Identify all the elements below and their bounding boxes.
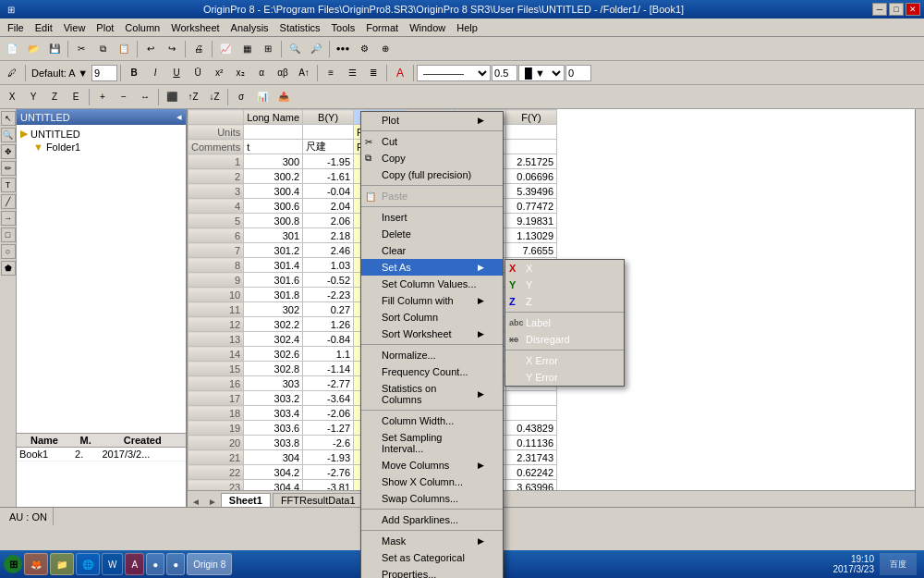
- ctx-properties[interactable]: Properties...: [361, 566, 503, 578]
- ctx-col-width[interactable]: Column Width...: [361, 412, 503, 429]
- ctx-set-as-label: Set As: [382, 262, 411, 273]
- ctx-plot[interactable]: Plot ▶: [361, 112, 503, 129]
- ctx-stats-cols[interactable]: Statistics on Columns ▶: [361, 380, 503, 408]
- sub-y-icon: Y: [509, 279, 516, 290]
- ctx-show-x[interactable]: Show X Column...: [361, 473, 503, 490]
- ctx-set-as[interactable]: Set As ▶ X X Y Y Z Z: [361, 259, 503, 276]
- ctx-categorical[interactable]: Set as Categorical: [361, 549, 503, 566]
- ctx-sort-ws-label: Sort Worksheet: [382, 328, 452, 339]
- ctx-sep-3: [361, 206, 503, 207]
- ctx-freq-count-label: Frequency Count...: [382, 366, 468, 377]
- ctx-fill-col[interactable]: Fill Column with ▶: [361, 292, 503, 309]
- ctx-paste-label: Paste: [382, 191, 407, 202]
- submenu-set-as: X X Y Y Z Z abc Label: [505, 259, 625, 387]
- ctx-swap-cols[interactable]: Swap Columns...: [361, 490, 503, 507]
- ctx-sort-col[interactable]: Sort Column: [361, 309, 503, 326]
- ctx-sep-2: [361, 185, 503, 186]
- ctx-mask-arrow: ▶: [478, 536, 484, 546]
- sub-label-label: Label: [526, 317, 551, 328]
- sub-y[interactable]: Y Y: [505, 277, 624, 293]
- ctx-sort-ws-arrow: ▶: [478, 329, 484, 338]
- sub-z[interactable]: Z Z: [505, 293, 624, 310]
- ctx-set-col-vals-label: Set Column Values...: [382, 278, 477, 289]
- ctx-plot-label: Plot: [382, 115, 399, 126]
- ctx-sampling[interactable]: Set Sampling Interval...: [361, 429, 503, 457]
- ctx-cut-label: Cut: [382, 136, 397, 147]
- sub-z-label: Z: [526, 296, 532, 307]
- ctx-plot-arrow: ▶: [478, 116, 484, 125]
- sub-sep-1: [505, 312, 624, 313]
- ctx-insert[interactable]: Insert: [361, 209, 503, 226]
- ctx-stats-cols-label: Statistics on Columns: [382, 383, 478, 405]
- sub-x-icon: X: [509, 263, 516, 274]
- copy-icon: ⧉: [365, 153, 371, 164]
- ctx-sep-5: [361, 410, 503, 411]
- sub-y-error-label: Y Error: [526, 372, 558, 383]
- sub-y-error[interactable]: Y Error: [505, 369, 624, 386]
- sub-disregard[interactable]: xc Disregard: [505, 331, 624, 348]
- ctx-cut[interactable]: ✂ Cut: [361, 133, 503, 150]
- ctx-delete-label: Delete: [382, 228, 411, 240]
- sub-x[interactable]: X X: [505, 260, 624, 277]
- ctx-sep-7: [361, 530, 503, 531]
- ctx-sep-1: [361, 130, 503, 131]
- sub-z-icon: Z: [509, 296, 516, 307]
- ctx-copy-label: Copy: [382, 153, 406, 164]
- ctx-clear-label: Clear: [382, 245, 406, 256]
- ctx-insert-label: Insert: [382, 212, 407, 223]
- ctx-sep-4: [361, 344, 503, 345]
- ctx-clear[interactable]: Clear: [361, 242, 503, 259]
- ctx-move-cols[interactable]: Move Columns ▶: [361, 457, 503, 473]
- ctx-copy-full[interactable]: Copy (full precision): [361, 166, 503, 183]
- ctx-properties-label: Properties...: [382, 569, 436, 578]
- ctx-sparklines[interactable]: Add Sparklines...: [361, 511, 503, 528]
- ctx-paste[interactable]: 📋 Paste: [361, 188, 503, 204]
- sub-disregard-icon: xc: [509, 335, 518, 344]
- ctx-sparklines-label: Add Sparklines...: [382, 514, 458, 525]
- sub-x-error-label: X Error: [526, 355, 558, 366]
- ctx-delete[interactable]: Delete: [361, 226, 503, 242]
- paste-icon: 📋: [365, 191, 376, 202]
- sub-label-icon: abc: [509, 318, 524, 327]
- ctx-fill-col-label: Fill Column with: [382, 295, 454, 306]
- ctx-copy-full-label: Copy (full precision): [382, 169, 471, 180]
- sub-y-label: Y: [526, 279, 532, 290]
- sub-x-label: X: [526, 263, 532, 274]
- cut-icon: ✂: [365, 137, 372, 147]
- ctx-move-cols-arrow: ▶: [478, 461, 484, 470]
- ctx-show-x-label: Show X Column...: [382, 476, 463, 487]
- ctx-sampling-label: Set Sampling Interval...: [382, 432, 484, 454]
- sub-disregard-label: Disregard: [526, 334, 570, 345]
- ctx-set-as-arrow: ▶: [478, 263, 484, 272]
- sub-sep-2: [505, 350, 624, 350]
- context-menu: Plot ▶ ✂ Cut ⧉ Copy Copy (full precision…: [360, 111, 504, 578]
- ctx-stats-cols-arrow: ▶: [478, 389, 484, 399]
- ctx-normalize-label: Normalize...: [382, 350, 436, 361]
- context-menu-overlay[interactable]: Plot ▶ ✂ Cut ⧉ Copy Copy (full precision…: [0, 0, 924, 578]
- ctx-mask-label: Mask: [382, 535, 406, 547]
- ctx-set-col-vals[interactable]: Set Column Values...: [361, 276, 503, 292]
- ctx-sort-ws[interactable]: Sort Worksheet ▶: [361, 326, 503, 342]
- ctx-move-cols-label: Move Columns: [382, 460, 449, 471]
- ctx-fill-col-arrow: ▶: [478, 296, 484, 305]
- sub-label[interactable]: abc Label: [505, 314, 624, 331]
- ctx-col-width-label: Column Width...: [382, 415, 454, 426]
- ctx-sep-6: [361, 509, 503, 510]
- ctx-normalize[interactable]: Normalize...: [361, 347, 503, 363]
- ctx-freq-count[interactable]: Frequency Count...: [361, 363, 503, 380]
- ctx-copy[interactable]: ⧉ Copy: [361, 150, 503, 166]
- sub-x-error[interactable]: X Error: [505, 352, 624, 369]
- ctx-mask[interactable]: Mask ▶: [361, 533, 503, 549]
- ctx-swap-cols-label: Swap Columns...: [382, 493, 458, 504]
- ctx-sort-col-label: Sort Column: [382, 312, 438, 323]
- ctx-categorical-label: Set as Categorical: [382, 552, 465, 563]
